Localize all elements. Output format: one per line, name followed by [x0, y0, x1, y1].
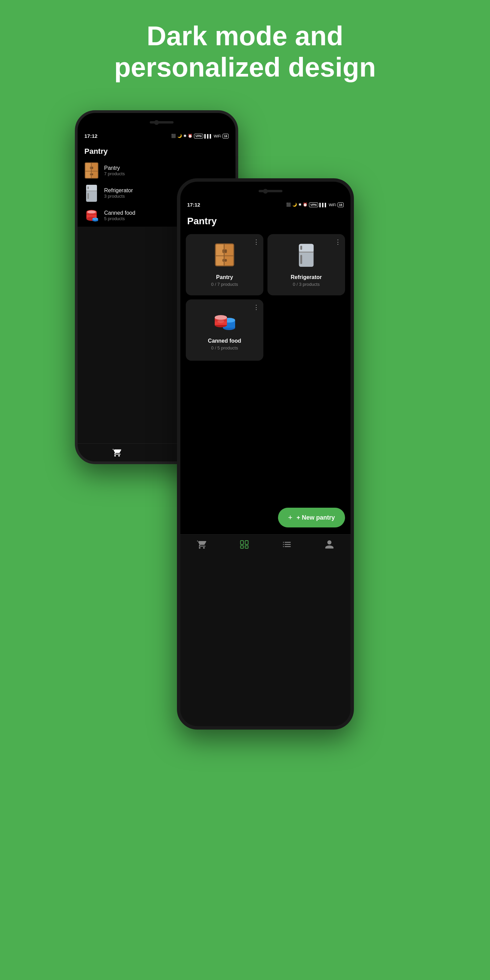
- fridge-card-icon: [298, 243, 315, 271]
- svg-rect-18: [86, 214, 97, 215]
- pantry-card[interactable]: ⋮ Pantry 0 / 7 products: [186, 234, 263, 295]
- back-app-header: Pantry: [78, 141, 235, 159]
- pantry-grid: ⋮ Pantry 0 / 7 products: [180, 230, 350, 365]
- refrigerator-card-name: Refrigerator: [291, 274, 322, 280]
- svg-text:🐟: 🐟: [94, 218, 97, 221]
- svg-point-46: [215, 315, 227, 320]
- nav-list-icon[interactable]: [282, 539, 292, 550]
- pantry-list-count: 7 products: [104, 171, 125, 176]
- front-camera: [263, 189, 268, 194]
- svg-rect-34: [222, 259, 224, 262]
- front-status-icons: ⬛ 🌙 ✱ ⏰ VPN ▌▌▌ WiFi 16: [286, 202, 344, 207]
- svg-point-48: [218, 320, 224, 323]
- front-app-header: Pantry: [180, 210, 350, 230]
- pantry-card-count: 0 / 7 products: [211, 282, 238, 287]
- canned-card-count: 0 / 5 products: [211, 345, 238, 350]
- canned-card[interactable]: ⋮ Canned: [186, 299, 263, 361]
- svg-rect-50: [245, 541, 248, 544]
- svg-rect-49: [240, 541, 243, 544]
- nav-pantry-icon[interactable]: [239, 539, 250, 550]
- nav-cart-icon[interactable]: [197, 539, 207, 550]
- svg-rect-12: [88, 186, 89, 189]
- fab-label: + New pantry: [296, 514, 335, 521]
- refrigerator-card[interactable]: ⋮ Refrigerator 0 / 3 products: [267, 234, 345, 295]
- canned-list-text: Canned food 5 products: [104, 210, 135, 221]
- svg-rect-28: [215, 243, 224, 266]
- front-speaker: [259, 190, 282, 192]
- svg-rect-13: [88, 193, 89, 199]
- back-app-title: Pantry: [84, 147, 229, 156]
- svg-rect-32: [222, 249, 224, 253]
- back-phone-top: [78, 113, 235, 132]
- fridge-list-text: Refrigerator 3 products: [104, 188, 133, 199]
- front-phone-top: [180, 182, 350, 200]
- pantry-card-menu[interactable]: ⋮: [253, 238, 259, 246]
- svg-rect-6: [92, 167, 93, 169]
- fridge-list-name: Refrigerator: [104, 188, 133, 194]
- pantry-card-name: Pantry: [216, 274, 233, 280]
- pantry-card-icon: [215, 243, 235, 271]
- front-app-title: Pantry: [187, 216, 344, 227]
- svg-rect-39: [301, 246, 302, 250]
- fridge-list-icon: [84, 186, 99, 200]
- svg-point-17: [87, 211, 95, 213]
- refrigerator-card-menu[interactable]: ⋮: [335, 238, 341, 246]
- svg-rect-1: [85, 163, 91, 178]
- back-time: 17:12: [84, 133, 97, 139]
- pantry-list-text: Pantry 7 products: [104, 165, 125, 176]
- nav-profile-icon[interactable]: [324, 539, 334, 550]
- content-spacer: [180, 365, 350, 501]
- canned-list-icon: 🐟: [84, 208, 99, 223]
- svg-rect-7: [90, 173, 92, 176]
- phone-side-button: [352, 284, 354, 304]
- pantry-list-name: Pantry: [104, 165, 125, 171]
- svg-rect-35: [224, 259, 227, 262]
- hero-title: Dark mode and personalized design: [92, 21, 398, 83]
- canned-list-name: Canned food: [104, 210, 135, 216]
- svg-rect-52: [245, 546, 248, 549]
- fab-container: + + New pantry: [180, 501, 350, 534]
- back-nav-cart-icon[interactable]: [112, 448, 122, 457]
- back-status-icons: ⬛ 🌙 ✱ ⏰ VPN ▌▌▌ WiFi 16: [171, 134, 229, 138]
- svg-rect-5: [90, 167, 92, 169]
- svg-rect-51: [240, 546, 243, 549]
- refrigerator-card-count: 0 / 3 products: [293, 282, 320, 287]
- back-camera: [154, 120, 159, 125]
- svg-rect-8: [92, 173, 93, 176]
- back-status-bar: 17:12 ⬛ 🌙 ✱ ⏰ VPN ▌▌▌ WiFi 16: [78, 132, 235, 141]
- phones-container: 17:12 ⬛ 🌙 ✱ ⏰ VPN ▌▌▌ WiFi 16 Pantry: [75, 110, 415, 893]
- new-pantry-button[interactable]: + + New pantry: [278, 508, 345, 527]
- phone-front: 17:12 ⬛ 🌙 ✱ ⏰ VPN ▌▌▌ WiFi 16 Pantry ⋮: [177, 178, 354, 730]
- canned-card-menu[interactable]: ⋮: [253, 304, 259, 311]
- svg-rect-33: [224, 249, 227, 253]
- canned-list-count: 5 products: [104, 216, 135, 221]
- fridge-list-count: 3 products: [104, 194, 133, 199]
- canned-card-name: Canned food: [208, 338, 241, 344]
- svg-rect-40: [301, 255, 302, 264]
- front-time: 17:12: [187, 202, 200, 208]
- front-status-bar: 17:12 ⬛ 🌙 ✱ ⏰ VPN ▌▌▌ WiFi 16: [180, 200, 350, 210]
- pantry-list-icon: [84, 163, 99, 178]
- canned-card-icon: [213, 310, 236, 334]
- bottom-nav: [180, 534, 350, 554]
- fab-plus-icon: +: [288, 513, 293, 522]
- back-speaker: [150, 121, 173, 124]
